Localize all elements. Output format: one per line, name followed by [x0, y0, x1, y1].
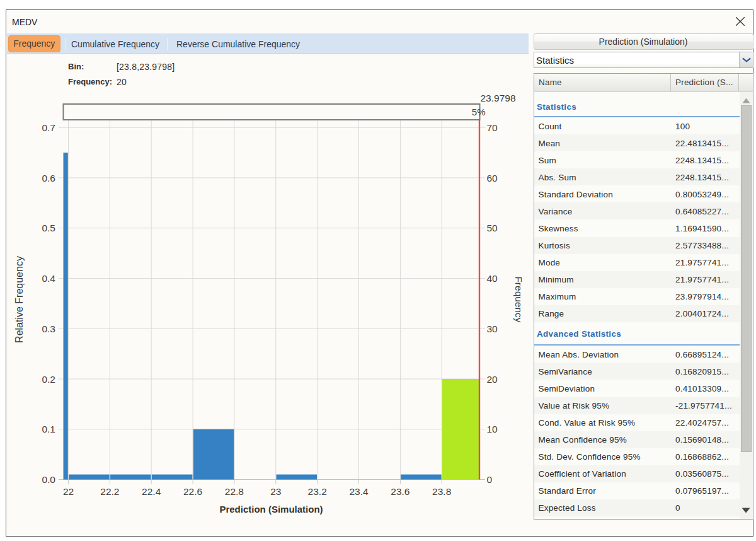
svg-text:30: 30: [487, 323, 498, 334]
svg-text:10: 10: [487, 424, 498, 434]
svg-text:0.6: 0.6: [42, 173, 55, 183]
svg-text:22.2: 22.2: [100, 486, 119, 497]
svg-text:22.8: 22.8: [225, 486, 244, 497]
svg-text:0: 0: [487, 474, 493, 485]
svg-text:23.2: 23.2: [308, 486, 327, 497]
svg-text:0.3: 0.3: [42, 323, 55, 334]
svg-text:0.0: 0.0: [42, 474, 55, 485]
svg-text:Relative Frequency: Relative Frequency: [14, 256, 25, 343]
svg-text:5%: 5%: [472, 107, 486, 117]
svg-text:23: 23: [270, 486, 281, 497]
svg-text:23.6: 23.6: [391, 486, 410, 497]
svg-text:0.1: 0.1: [42, 424, 55, 434]
svg-text:22: 22: [63, 486, 74, 497]
svg-text:Prediction (Simulation): Prediction (Simulation): [219, 504, 323, 515]
svg-text:23.9798: 23.9798: [480, 93, 515, 103]
svg-text:23.8: 23.8: [432, 486, 451, 497]
svg-text:60: 60: [487, 173, 498, 183]
svg-text:70: 70: [487, 122, 498, 133]
svg-text:Frequency: Frequency: [513, 276, 524, 322]
svg-text:0.4: 0.4: [42, 273, 55, 284]
svg-text:40: 40: [487, 273, 498, 284]
svg-text:0.2: 0.2: [42, 374, 55, 385]
svg-text:0.7: 0.7: [42, 122, 55, 133]
svg-text:20: 20: [487, 374, 498, 385]
svg-text:0.5: 0.5: [42, 223, 55, 233]
svg-text:22.6: 22.6: [183, 486, 202, 497]
svg-text:50: 50: [487, 223, 498, 233]
svg-text:23.4: 23.4: [349, 486, 369, 497]
svg-text:22.4: 22.4: [142, 486, 161, 497]
